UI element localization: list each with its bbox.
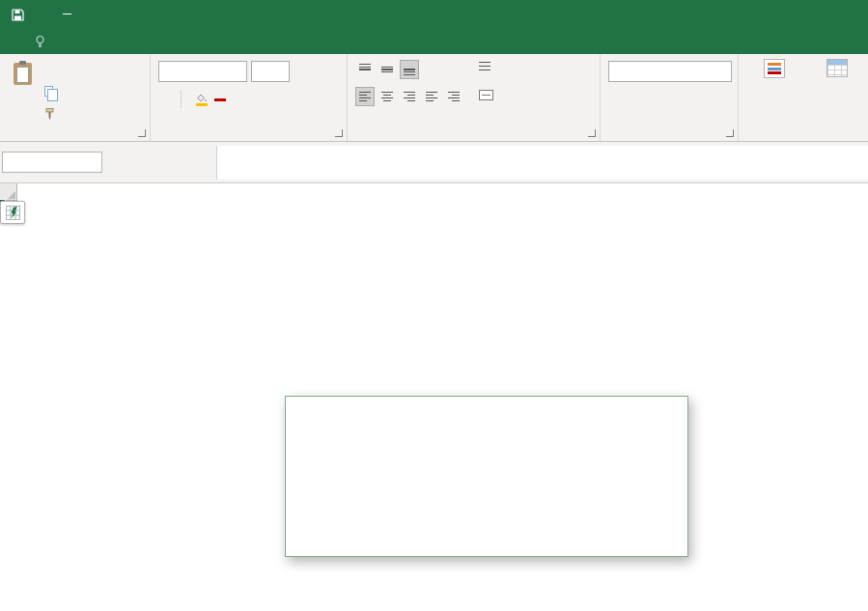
fill-color-button[interactable] xyxy=(195,93,208,106)
top-align-button[interactable] xyxy=(355,60,375,79)
alignment-dialog-launcher[interactable] xyxy=(588,129,596,137)
middle-align-button[interactable] xyxy=(378,60,397,79)
format-painter-button[interactable] xyxy=(44,105,63,122)
font-dialog-launcher[interactable] xyxy=(335,129,343,137)
format-as-table-icon xyxy=(826,59,848,77)
divider xyxy=(181,91,182,108)
conditional-formatting-icon xyxy=(764,59,785,78)
align-right-button[interactable] xyxy=(400,87,419,106)
decrease-indent-button[interactable] xyxy=(422,87,441,106)
bar-icon xyxy=(63,14,71,14)
fill-color-icon xyxy=(195,93,208,106)
bottom-align-button[interactable] xyxy=(400,60,419,79)
title-bar xyxy=(0,0,868,29)
format-painter-icon xyxy=(44,108,55,120)
format-as-table-button[interactable] xyxy=(810,59,864,81)
quick-analysis-button[interactable] xyxy=(0,201,25,224)
conditional-formatting-button[interactable] xyxy=(742,59,806,82)
wrap-text-button[interactable] xyxy=(479,62,495,71)
align-left-button[interactable] xyxy=(355,87,375,106)
cut-button[interactable] xyxy=(44,61,63,77)
align-center-button[interactable] xyxy=(378,87,397,106)
copy-button[interactable] xyxy=(44,83,63,99)
quick-access-toolbar xyxy=(0,9,71,21)
save-icon xyxy=(12,9,24,21)
merge-center-button[interactable] xyxy=(479,90,503,100)
formula-input[interactable] xyxy=(216,146,868,180)
font-color-icon xyxy=(214,97,226,101)
clipboard-icon xyxy=(14,63,32,85)
ribbon-group-number xyxy=(601,54,739,141)
paste-button[interactable] xyxy=(4,58,41,133)
name-box[interactable] xyxy=(2,152,102,173)
column-header-row xyxy=(0,183,868,201)
save-button[interactable] xyxy=(12,9,24,21)
formula-bar xyxy=(0,142,868,183)
qa-tab-list xyxy=(286,397,687,407)
font-color-button[interactable] xyxy=(214,97,226,101)
merge-center-icon xyxy=(479,90,493,100)
lightbulb-icon xyxy=(35,35,45,48)
ribbon-tabs-row xyxy=(0,29,868,54)
wrap-text-icon xyxy=(479,62,490,71)
font-family-combo[interactable] xyxy=(158,61,247,82)
orientation-button[interactable] xyxy=(422,60,441,79)
ribbon-group-styles xyxy=(739,54,868,141)
horizontal-align-row xyxy=(355,87,463,106)
app: { "title_bar": {"title": "Book1 - Excel … xyxy=(0,0,868,611)
clipboard-dialog-launcher[interactable] xyxy=(138,129,146,137)
tell-me[interactable] xyxy=(35,29,52,54)
quick-analysis-icon xyxy=(6,206,20,220)
ribbon-group-alignment xyxy=(348,54,601,141)
ribbon xyxy=(0,54,868,142)
ribbon-group-clipboard xyxy=(0,54,151,141)
customize-qat-button[interactable] xyxy=(63,14,71,15)
ribbon-group-font xyxy=(151,54,348,141)
number-format-combo[interactable] xyxy=(608,61,732,82)
font-size-combo[interactable] xyxy=(251,61,290,82)
quick-analysis-popup xyxy=(285,396,688,557)
vertical-align-row xyxy=(355,60,441,79)
clipboard-small-buttons xyxy=(44,61,63,122)
number-buttons-row xyxy=(610,89,653,108)
font-toggle-row xyxy=(160,89,226,110)
copy-icon xyxy=(44,86,53,97)
increase-indent-button[interactable] xyxy=(444,87,463,106)
select-all-corner[interactable] xyxy=(0,183,17,201)
number-dialog-launcher[interactable] xyxy=(726,129,734,137)
